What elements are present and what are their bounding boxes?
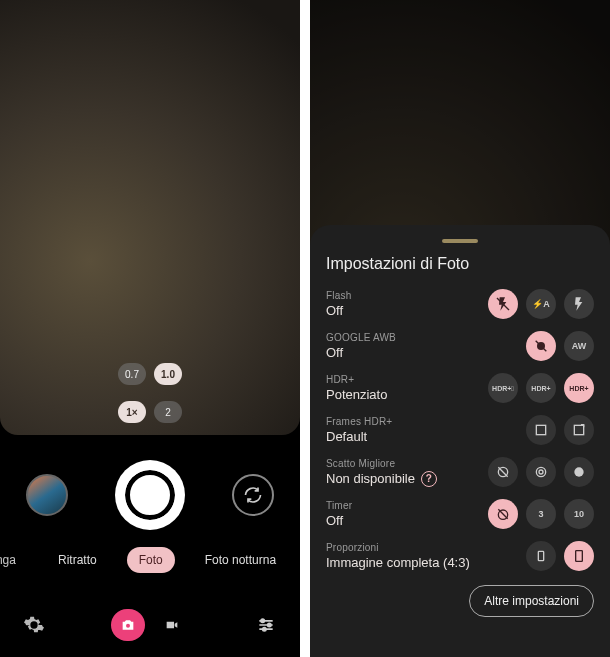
hdr-value: Potenziato — [326, 387, 387, 402]
best-label: Scatto Migliore — [326, 458, 437, 469]
frame-default-icon — [533, 422, 549, 438]
svg-rect-6 — [536, 425, 545, 434]
setting-flash: Flash Off ⚡A — [326, 283, 594, 325]
hdr-off-option[interactable]: HDR+⃠ — [488, 373, 518, 403]
viewfinder[interactable]: 0.7 1.0 1× 2 — [0, 0, 300, 435]
switch-camera-icon — [243, 485, 263, 505]
flash-label: Flash — [326, 290, 351, 301]
best-off-option[interactable] — [488, 457, 518, 487]
mode-night[interactable]: Foto notturna — [193, 547, 288, 573]
svg-rect-14 — [576, 551, 583, 562]
gallery-thumbnail[interactable] — [26, 474, 68, 516]
svg-point-3 — [263, 627, 266, 630]
mode-long-exposure[interactable]: ione lunga — [0, 547, 28, 573]
svg-point-9 — [536, 467, 545, 476]
hdr-label: HDR+ — [326, 374, 387, 385]
svg-point-2 — [268, 623, 271, 626]
lens-1x[interactable]: 1× — [118, 401, 146, 423]
timer-10s-icon: 10 — [574, 509, 584, 519]
flash-auto-option[interactable]: ⚡A — [526, 289, 556, 319]
zoom-preset-row: 0.7 1.0 — [118, 363, 182, 385]
ratio-label: Proporzioni — [326, 542, 470, 553]
photo-mode-button[interactable] — [111, 609, 145, 641]
best-on-option[interactable] — [564, 457, 594, 487]
best-off-icon — [495, 464, 511, 480]
flash-off-option[interactable] — [488, 289, 518, 319]
timer-3s-option[interactable]: 3 — [526, 499, 556, 529]
awb-label: GOOGLE AWB — [326, 332, 396, 343]
svg-rect-7 — [574, 425, 583, 434]
hdr-off-icon: HDR+⃠ — [492, 385, 514, 392]
timer-value: Off — [326, 513, 352, 528]
flash-on-icon — [571, 296, 587, 312]
shutter-button[interactable] — [120, 465, 180, 525]
setting-best-shot: Scatto Migliore Non disponibile ? — [326, 451, 594, 493]
ratio-wide-option[interactable] — [526, 541, 556, 571]
awb-value: Off — [326, 345, 396, 360]
ratio-wide-icon — [533, 548, 549, 564]
setting-frames: Frames HDR+ Default — [326, 409, 594, 451]
svg-point-0 — [126, 623, 130, 627]
awb-off-option[interactable] — [526, 331, 556, 361]
setting-ratio: Proporzioni Immagine completa (4:3) — [326, 535, 594, 577]
more-settings-button[interactable]: Altre impostazioni — [469, 585, 594, 617]
video-icon — [164, 617, 180, 633]
frames-max-option[interactable] — [564, 415, 594, 445]
hdr-on-option[interactable]: HDR+ — [526, 373, 556, 403]
flash-on-option[interactable] — [564, 289, 594, 319]
lens-2x[interactable]: 2 — [154, 401, 182, 423]
mode-photo[interactable]: Foto — [127, 547, 175, 573]
zoom-1-0[interactable]: 1.0 — [154, 363, 182, 385]
sheet-title: Impostazioni di Foto — [326, 255, 594, 273]
ratio-value: Immagine completa (4:3) — [326, 555, 470, 570]
frames-label: Frames HDR+ — [326, 416, 392, 427]
ratio-full-icon — [571, 548, 587, 564]
sliders-icon — [256, 615, 276, 635]
frame-max-icon — [571, 422, 587, 438]
sheet-handle[interactable] — [442, 239, 478, 243]
mode-portrait[interactable]: Ritratto — [46, 547, 109, 573]
help-icon[interactable]: ? — [421, 471, 437, 487]
frames-value: Default — [326, 429, 392, 444]
flash-off-icon — [495, 296, 511, 312]
photo-video-toggle — [111, 609, 189, 641]
timer-label: Timer — [326, 500, 352, 511]
setting-timer: Timer Off 3 10 — [326, 493, 594, 535]
timer-off-option[interactable] — [488, 499, 518, 529]
timer-10s-option[interactable]: 10 — [564, 499, 594, 529]
best-auto-icon — [533, 464, 549, 480]
setting-awb: GOOGLE AWB Off AW — [326, 325, 594, 367]
video-mode-button[interactable] — [155, 609, 189, 641]
switch-camera-button[interactable] — [232, 474, 274, 516]
gear-icon — [23, 614, 45, 636]
flash-value: Off — [326, 303, 351, 318]
quick-settings-button[interactable] — [250, 609, 282, 641]
zoom-lens-row: 1× 2 — [118, 401, 182, 423]
awb-on-option[interactable]: AW — [564, 331, 594, 361]
settings-button[interactable] — [18, 609, 50, 641]
best-auto-option[interactable] — [526, 457, 556, 487]
ratio-full-option[interactable] — [564, 541, 594, 571]
zoom-0-7[interactable]: 0.7 — [118, 363, 146, 385]
best-on-icon — [571, 464, 587, 480]
hdr-on-icon: HDR+ — [531, 385, 550, 392]
mode-carousel[interactable]: ione lunga Ritratto Foto Foto notturna P… — [0, 540, 300, 580]
timer-off-icon — [495, 506, 511, 522]
camera-screen-main: 0.7 1.0 1× 2 ione lunga Ritratto Foto Fo… — [0, 0, 300, 657]
awb-off-icon — [533, 338, 549, 354]
svg-point-10 — [539, 470, 543, 474]
awb-on-icon: AW — [572, 341, 587, 351]
frames-default-option[interactable] — [526, 415, 556, 445]
svg-point-11 — [574, 467, 583, 476]
hdr-enhanced-option[interactable]: HDR+ — [564, 373, 594, 403]
svg-point-1 — [261, 619, 264, 622]
camera-screen-settings: 0.7 1.0 Ritratto Foto Foto n Impostazion… — [310, 0, 610, 657]
flash-auto-icon: ⚡A — [532, 299, 550, 309]
setting-hdr: HDR+ Potenziato HDR+⃠ HDR+ HDR+ — [326, 367, 594, 409]
svg-rect-13 — [538, 551, 543, 560]
timer-3s-icon: 3 — [538, 509, 543, 519]
camera-icon — [120, 617, 136, 633]
photo-settings-sheet: Impostazioni di Foto Flash Off ⚡A GOOGLE… — [310, 225, 610, 657]
shutter-row — [0, 460, 300, 530]
best-value: Non disponibile ? — [326, 471, 437, 487]
